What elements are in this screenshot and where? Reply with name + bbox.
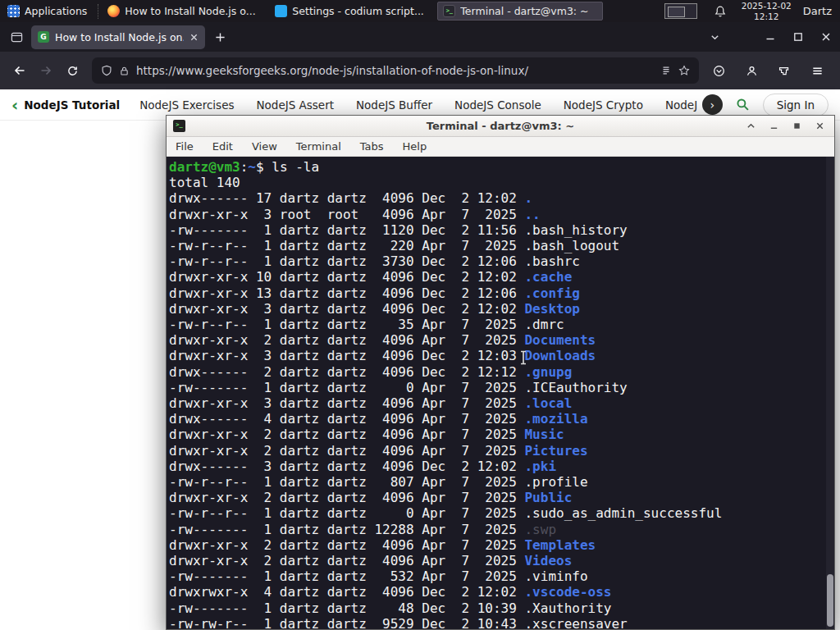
screen: Applications How to Install Node.js o...… — [0, 0, 840, 630]
reload-button[interactable] — [59, 58, 85, 83]
gfg-nav-link[interactable]: NodeJS Exercises — [139, 98, 234, 112]
terminal-line: drwxr-xr-x 2 dartz dartz 4096 Apr 7 2025… — [169, 537, 823, 553]
gfg-favicon — [38, 31, 49, 43]
terminal-line: -rw------- 1 dartz dartz 48 Dec 2 10:39 … — [169, 600, 823, 616]
terminal-line: drwxr-xr-x 2 dartz dartz 4096 Apr 7 2025… — [169, 427, 823, 442]
menu-hamburger-icon[interactable] — [804, 58, 830, 83]
url-text[interactable]: https://www.geeksforgeeks.org/node-js/in… — [136, 64, 654, 77]
panel-clock[interactable]: 2025-12-02 12:12 — [742, 1, 792, 21]
back-button[interactable] — [7, 58, 33, 83]
terminal-scrollbar-thumb[interactable] — [827, 574, 833, 627]
panel-window-button[interactable]: How to Install Node.js o... — [103, 2, 268, 21]
tab-strip: How to Install Node.js on... — [0, 22, 840, 52]
terminal-menu-help[interactable]: Help — [403, 140, 427, 153]
terminal-line: -rw------- 1 dartz dartz 1120 Dec 2 11:5… — [169, 222, 823, 238]
terminal-line: drwxr-xr-x 13 dartz dartz 4096 Dec 2 12:… — [169, 285, 823, 301]
gfg-nav-link[interactable]: NodeJS Assert — [256, 98, 334, 112]
terminal-line: drwx------ 4 dartz dartz 4096 Apr 7 2025… — [169, 411, 823, 427]
terminal-line: -rw------- 1 dartz dartz 0 Apr 7 2025 .I… — [169, 380, 823, 395]
tracking-protection-shield-icon[interactable] — [101, 65, 112, 76]
bookmark-star-icon[interactable] — [678, 65, 690, 76]
gfg-nav-link[interactable]: NodeJS Console — [454, 98, 541, 112]
panel-window-title: How to Install Node.js o... — [125, 5, 255, 17]
workspace-switcher[interactable] — [664, 3, 697, 19]
gfg-back-chevron-icon[interactable]: ‹ — [11, 97, 18, 113]
terminal-line: drwx------ 2 dartz dartz 4096 Dec 2 12:1… — [169, 364, 823, 380]
terminal-window-icon — [173, 120, 185, 132]
terminal-line: drwxr-xr-x 2 dartz dartz 4096 Apr 7 2025… — [169, 443, 823, 459]
terminal-line: drwxr-xr-x 10 dartz dartz 4096 Dec 2 12:… — [169, 269, 823, 285]
terminal-titlebar[interactable]: Terminal - dartz@vm3: ~ — [167, 116, 834, 137]
terminal-line: drwxr-xr-x 2 dartz dartz 4096 Apr 7 2025… — [169, 490, 823, 505]
clock-date: 2025-12-02 — [742, 1, 792, 11]
terminal-line: drwx------ 17 dartz dartz 4096 Dec 2 12:… — [169, 190, 823, 206]
terminal-line: drwxr-xr-x 3 dartz dartz 4096 Apr 7 2025… — [169, 395, 823, 411]
terminal-maximize-button[interactable] — [792, 121, 802, 130]
terminal-shade-button[interactable] — [746, 121, 756, 130]
pocket-icon[interactable] — [705, 58, 732, 83]
gfg-nav-link[interactable]: NodeJS DNS — [665, 98, 697, 112]
padlock-icon[interactable] — [119, 66, 130, 76]
gfg-next-chevron-button[interactable]: › — [702, 94, 723, 115]
panel-separator — [98, 4, 98, 19]
panel-window-title: Terminal - dartz@vm3: ~ — [460, 5, 588, 17]
tab-title: How to Install Node.js on... — [55, 31, 184, 43]
terminal-line: drwxr-xr-x 3 root root 4096 Apr 7 2025 .… — [169, 207, 823, 222]
gfg-nav-items: NodeJS ExercisesNodeJS AssertNodeJS Buff… — [139, 98, 697, 112]
terminal-window-controls — [746, 121, 834, 130]
terminal-menu-edit[interactable]: Edit — [212, 140, 233, 153]
reader-mode-icon[interactable] — [660, 65, 672, 76]
terminal-line: dartz@vm3:~$ ls -la — [169, 159, 823, 175]
gfg-nav-tutorial-link[interactable]: NodeJS Tutorial — [24, 98, 120, 112]
gfg-search-icon[interactable] — [736, 98, 750, 112]
terminal-close-button[interactable] — [815, 121, 825, 130]
gfg-sign-in-button[interactable]: Sign In — [763, 94, 829, 116]
terminal-line: -rw------- 1 dartz dartz 12288 Apr 7 202… — [169, 522, 823, 537]
terminal-scrollbar[interactable] — [826, 157, 834, 629]
terminal-line: -rw------- 1 dartz dartz 532 Apr 7 2025 … — [169, 568, 823, 584]
panel-window-button[interactable]: Terminal - dartz@vm3: ~ — [437, 2, 603, 21]
panel-window-button[interactable]: Settings - codium script... — [270, 2, 436, 21]
firefox-icon — [107, 5, 120, 17]
applications-menu-button[interactable]: Applications — [0, 0, 94, 22]
terminal-line: -rw-r--r-- 1 dartz dartz 3730 Dec 2 12:0… — [169, 253, 823, 269]
firefox-view-icon[interactable] — [11, 31, 23, 43]
gfg-nav-link[interactable]: NodeJS Buffer — [356, 98, 432, 112]
terminal-line: -rw-r--r-- 1 dartz dartz 220 Apr 7 2025 … — [169, 238, 823, 253]
terminal-body[interactable]: dartz@vm3:~$ ls -latotal 140drwx------ 1… — [167, 157, 834, 629]
browser-tab[interactable]: How to Install Node.js on... — [31, 25, 205, 49]
terminal-menu-tabs[interactable]: Tabs — [360, 140, 384, 153]
terminal-line: drwxr-xr-x 2 dartz dartz 4096 Apr 7 2025… — [169, 553, 823, 568]
terminal-menu-terminal[interactable]: Terminal — [296, 140, 341, 153]
terminal-line: drwxr-xr-x 3 dartz dartz 4096 Dec 2 12:0… — [169, 301, 823, 317]
browser-close-button[interactable] — [812, 25, 840, 48]
applications-icon — [7, 5, 20, 17]
tab-close-icon[interactable] — [189, 33, 199, 42]
terminal-icon — [443, 5, 455, 17]
browser-window-controls — [756, 25, 840, 48]
terminal-line: drwx------ 3 dartz dartz 4096 Dec 2 12:0… — [169, 459, 823, 474]
browser-maximize-button[interactable] — [784, 25, 812, 48]
terminal-line: drwxrwxr-x 4 dartz dartz 4096 Dec 2 12:0… — [169, 584, 823, 600]
url-bar[interactable]: https://www.geeksforgeeks.org/node-js/in… — [92, 57, 699, 84]
terminal-line: -rw-r--r-- 1 dartz dartz 807 Apr 7 2025 … — [169, 474, 823, 490]
gfg-nav-link[interactable]: NodeJS Crypto — [564, 98, 643, 112]
list-all-tabs-icon[interactable] — [696, 32, 733, 43]
account-icon[interactable] — [738, 58, 765, 83]
codium-icon — [275, 5, 287, 17]
terminal-minimize-button[interactable] — [769, 121, 779, 130]
terminal-line: -rw-rw-r-- 1 dartz dartz 9529 Dec 2 10:4… — [169, 616, 823, 629]
navigation-toolbar: https://www.geeksforgeeks.org/node-js/in… — [0, 52, 840, 89]
mouse-text-cursor — [519, 350, 527, 368]
terminal-line: drwxr-xr-x 3 dartz dartz 4096 Dec 2 12:0… — [169, 348, 823, 363]
new-tab-button[interactable] — [215, 32, 226, 43]
terminal-output: dartz@vm3:~$ ls -latotal 140drwx------ 1… — [167, 157, 834, 629]
terminal-menu-file[interactable]: File — [176, 140, 194, 153]
notification-bell-icon[interactable] — [714, 5, 727, 18]
forward-button[interactable] — [33, 58, 59, 83]
terminal-menu-view[interactable]: View — [252, 140, 277, 153]
browser-minimize-button[interactable] — [756, 25, 784, 48]
extensions-icon[interactable] — [771, 58, 797, 83]
terminal-window: Terminal - dartz@vm3: ~ FileEditViewTerm… — [166, 115, 835, 630]
panel-window-buttons: How to Install Node.js o...Settings - co… — [102, 0, 604, 22]
